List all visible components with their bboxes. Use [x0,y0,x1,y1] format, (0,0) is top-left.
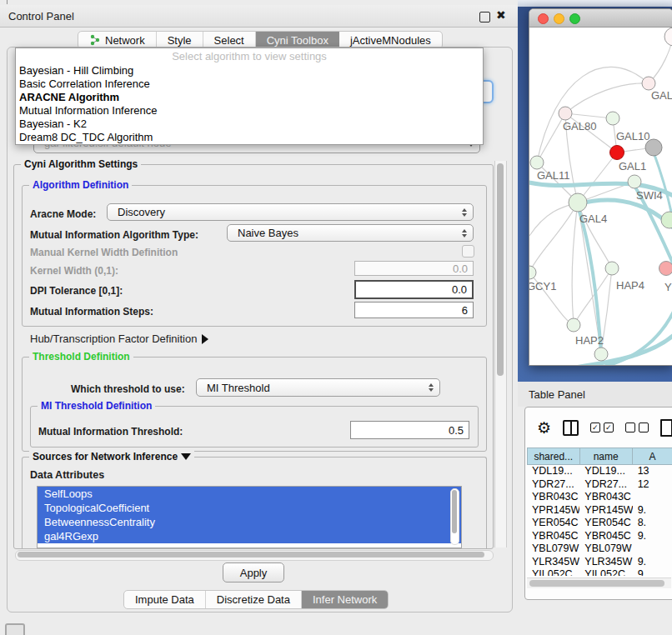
expand-right-icon [202,334,208,344]
tab-infer-network[interactable]: Infer Network [302,591,388,608]
column-header[interactable]: name [580,448,633,465]
control-panel-titlebar: Control Panel ✖ [0,5,518,28]
node-label: SWI4 [636,189,663,202]
node-gal11 [530,156,544,169]
table-header: shared... name A [527,448,672,465]
node-gal [642,77,655,90]
node-label: GAL4 [579,212,607,225]
tab-network[interactable]: Network [78,32,157,48]
tab-impute-data[interactable]: Impute Data [124,591,206,608]
list-item[interactable]: gal4RGexp [38,529,461,543]
minimized-panel-icon[interactable] [5,623,25,635]
settings-horizontal-scrollbar[interactable] [15,550,494,561]
list-item[interactable]: SelfLoops [38,487,461,501]
collapse-down-icon[interactable] [181,453,191,460]
tab-jactivemnodules[interactable]: jActiveMNodules [339,32,442,48]
network-view-window[interactable]: GAL GAL80 GAL10 GAL1 GAL11 SWI4 GAL4 GCY… [529,8,672,366]
list-scrollbar[interactable] [450,488,459,545]
node-hap4 [605,262,619,275]
table-panel-title: Table Panel [529,388,585,401]
popup-option-selected[interactable]: ARACNE Algorithm [16,91,483,104]
node-label: HAP2 [575,334,604,347]
table-row[interactable]: YBR043CYBR043C [527,491,672,504]
column-header[interactable]: shared... [527,448,580,465]
group-title: Algorithm Definition [29,179,132,191]
node [594,348,608,361]
node-label: GAL80 [563,120,596,132]
manual-kernel-checkbox[interactable] [462,245,474,258]
node-label: GAL10 [616,130,649,142]
mi-type-label: Mutual Information Algorithm Type: [30,229,198,241]
table-toolbar: ⚙ ✓✓ [525,408,672,448]
toolbar-edge-strip [518,0,672,7]
settings-vertical-scrollbar[interactable] [494,161,507,548]
table-row[interactable]: YLR345WYLR345W9. [527,556,672,569]
node-gal1-selected [610,146,624,160]
deselect-all-icon[interactable] [625,422,649,432]
data-attributes-list: SelfLoops TopologicalCoefficient Between… [37,486,462,548]
tab-cyni-toolbox[interactable]: Cyni Toolbox [256,32,339,48]
mac-zoom-icon[interactable] [569,13,580,24]
aracne-mode-combo[interactable]: Discovery [107,203,474,221]
table-row[interactable]: YIL052CYIL052C9 [527,568,672,576]
tab-discretize-data[interactable]: Discretize Data [206,591,302,608]
table-row[interactable]: YBL079WYBL079W [527,542,672,556]
which-threshold-combo[interactable]: MI Threshold [196,378,440,397]
mi-threshold-input[interactable]: 0.5 [350,421,469,439]
mac-minimize-icon[interactable] [554,13,564,24]
popup-option[interactable]: Basic Correlation Inference [16,78,483,91]
popup-option[interactable]: Dream8 DC_TDC Algorithm [16,131,483,144]
stepper-arrows-icon [462,208,467,217]
table-row[interactable]: YDL19...YDL19...13 [527,465,672,478]
application-root: Control Panel ✖ Network Style Select Cyn… [0,0,672,635]
list-item[interactable]: TopologicalCoefficient [38,501,461,515]
group-title: Cyni Algorithm Settings [21,158,141,170]
node [661,212,672,228]
dpi-tolerance-label: DPI Tolerance [0,1]: [30,285,123,297]
hub-definition-expander[interactable]: Hub/Transcription Factor Definition [30,332,208,345]
node-gcy1 [529,266,536,279]
node-gal80 [559,107,572,120]
kernel-width-input[interactable]: 0.0 [354,261,474,276]
columns-icon[interactable] [563,420,579,436]
table-row[interactable]: YDR27...YDR27...12 [527,478,672,492]
mi-type-combo[interactable]: Naive Bayes [227,224,474,242]
node-gal4 [569,193,587,212]
popup-placeholder: Select algorithm to view settings [16,48,483,64]
node-label: GAL [651,89,672,102]
tab-select[interactable]: Select [203,32,256,48]
select-all-icon[interactable]: ✓✓ [590,422,614,432]
algorithm-dropdown-popup: Select algorithm to view settings Bayesi… [15,48,484,145]
sources-title: Sources for Network Inference [33,451,178,462]
mi-steps-input[interactable]: 6 [354,302,474,318]
gear-icon[interactable]: ⚙ [537,418,551,438]
network-icon [89,34,101,46]
popup-option[interactable]: Bayesian - K2 [16,118,483,131]
node-swi4 [628,175,641,188]
network-edges-highlighted [529,152,672,365]
new-table-icon[interactable] [660,419,672,437]
network-window-titlebar[interactable] [529,9,672,28]
network-graph-canvas[interactable]: GAL GAL80 GAL10 GAL1 GAL11 SWI4 GAL4 GCY… [529,28,672,365]
node-label: GAL1 [619,160,646,172]
column-header[interactable]: A [633,448,672,465]
list-item[interactable]: BetweennessCentrality [38,515,461,529]
mi-type-value: Naive Bayes [238,227,298,239]
control-panel-title: Control Panel [8,10,74,22]
mi-threshold-label: Mutual Information Threshold: [38,426,183,438]
group-title: Threshold Definition [29,351,133,362]
float-panel-icon[interactable] [479,12,490,22]
apply-button[interactable]: Apply [223,562,284,582]
table-horizontal-scrollbar[interactable] [527,578,671,588]
popup-option[interactable]: Mutual Information Inference [16,104,483,118]
table-row[interactable]: YER054CYER054C8. [527,517,672,530]
close-icon[interactable]: ✖ [496,8,508,22]
table-row[interactable]: YBR045CYBR045C9. [527,530,672,543]
tab-style[interactable]: Style [157,32,203,48]
dpi-tolerance-input[interactable]: 0.0 [354,280,474,299]
table-row[interactable]: YPR145WYPR145W9. [527,504,672,518]
node [664,28,672,46]
mac-close-icon[interactable] [538,13,549,24]
which-threshold-label: Which threshold to use: [71,383,185,395]
popup-option[interactable]: Bayesian - Hill Climbing [16,64,483,78]
